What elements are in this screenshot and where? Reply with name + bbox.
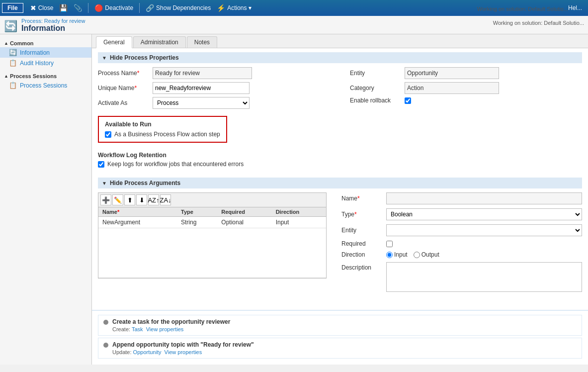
rp-input-radio[interactable]: Input <box>386 251 408 258</box>
wf-log-checkbox[interactable] <box>98 161 104 168</box>
hide-args-arrow-icon: ▼ <box>102 181 107 186</box>
rp-entity-select[interactable] <box>386 224 582 236</box>
attach-button[interactable]: 📎 <box>71 3 85 13</box>
common-label: Common <box>10 40 34 46</box>
args-table-col: ➕ ✏️ ⬆ ⬇ AZ↑ ZA↓ Name* Type <box>98 192 327 296</box>
rp-output-radio[interactable]: Output <box>414 251 439 258</box>
sort-az-button[interactable]: AZ↑ <box>148 194 159 205</box>
process-sessions-label: Process Sessions <box>10 73 57 79</box>
up-arg-button[interactable]: ⬆ <box>124 194 135 205</box>
args-body: ➕ ✏️ ⬆ ⬇ AZ↑ ZA↓ Name* Type <box>98 192 582 296</box>
arg-direction-cell: Input <box>272 217 326 228</box>
action-1-view-props[interactable]: View properties <box>146 326 184 332</box>
rp-type-label: Type* <box>341 211 386 218</box>
unique-name-required: * <box>134 85 137 92</box>
process-icon: 🔄 <box>4 20 17 33</box>
activate-as-select[interactable]: Process <box>153 97 250 109</box>
separator-1 <box>88 3 88 13</box>
action-2-view-props[interactable]: View properties <box>165 349 202 355</box>
action-1-sub: Create: Task View properties <box>112 326 230 332</box>
separator-2 <box>139 3 140 13</box>
action-2-title: Append opportunity topic with "Ready for… <box>112 341 254 348</box>
action-1-sub-type: Create: <box>112 326 130 332</box>
wf-log-label: Keep logs for workflow jobs that encount… <box>107 161 244 168</box>
table-row[interactable]: NewArgument String Optional Input <box>98 217 326 228</box>
args-table-header: Name* Type Required Direction <box>98 207 326 217</box>
bpf-checkbox[interactable] <box>105 131 111 138</box>
col-required: Required <box>217 207 271 217</box>
rp-direction-group: Input Output <box>386 251 439 258</box>
hide-process-args-label: Hide Process Arguments <box>110 180 180 186</box>
action-2-sub: Update: Opportunity View properties <box>112 349 254 355</box>
arg-name-cell: NewArgument <box>98 217 177 228</box>
activate-as-label: Activate As <box>98 99 153 106</box>
category-input <box>405 82 499 94</box>
hide-process-args-header[interactable]: ▼ Hide Process Arguments <box>98 178 582 188</box>
rp-name-row: Name* <box>341 192 582 204</box>
rp-input-radio-input[interactable] <box>386 252 393 258</box>
entity-row: Entity <box>350 67 582 79</box>
sidebar-item-audit-history[interactable]: 📋 Audit History <box>0 58 91 68</box>
rp-required-label: Required <box>341 240 386 247</box>
process-name-row: Process Name* <box>98 67 330 79</box>
save-icon: 💾 <box>59 4 68 12</box>
rp-direction-row: Direction Input Output <box>341 251 582 258</box>
working-on-label: Working on solution: Default Solutio... <box>477 4 568 12</box>
hide-props-arrow-icon: ▼ <box>102 55 107 61</box>
show-deps-icon: 🔗 <box>146 4 154 12</box>
form-content: ▼ Hide Process Properties Process Name* <box>92 48 588 310</box>
hide-process-props-header[interactable]: ▼ Hide Process Properties <box>98 52 582 63</box>
enable-rollback-checkbox[interactable] <box>405 97 411 104</box>
rp-output-radio-input[interactable] <box>414 252 420 258</box>
close-button[interactable]: ✖ Close <box>27 3 57 13</box>
file-button[interactable]: File <box>2 3 23 13</box>
bpf-label: As a Business Process Flow action step <box>114 131 220 138</box>
down-arg-button[interactable]: ⬇ <box>136 194 147 205</box>
rp-desc-label: Description <box>341 264 386 271</box>
rp-required-checkbox[interactable] <box>386 241 393 247</box>
sort-za-button[interactable]: ZA↓ <box>160 194 171 205</box>
solution-label: Working on solution: Default Solutio... <box>493 18 584 26</box>
tab-administration[interactable]: Administration <box>133 36 186 48</box>
wf-log-area: Workflow Log Retention Keep logs for wor… <box>98 152 441 168</box>
available-wflog-area: Available to Run As a Business Process F… <box>98 116 582 173</box>
enable-rollback-label: Enable rollback <box>350 97 405 104</box>
rp-direction-label: Direction <box>341 251 386 258</box>
tab-notes[interactable]: Notes <box>187 36 217 48</box>
rp-type-select[interactable]: Boolean <box>386 208 582 220</box>
action-2-entity: Opportunity <box>133 349 162 355</box>
rp-entity-label: Entity <box>341 227 386 234</box>
sidebar-item-information[interactable]: 🔄 Information <box>0 47 91 58</box>
help-label[interactable]: Hel... <box>568 4 586 11</box>
rp-desc-textarea[interactable] <box>386 262 582 292</box>
deactivate-label: Deactivate <box>105 4 133 11</box>
process-name-input[interactable] <box>153 67 252 79</box>
rp-name-input[interactable] <box>386 192 582 204</box>
rp-name-required: * <box>357 195 360 202</box>
unique-name-input[interactable] <box>153 82 250 94</box>
arg-type-cell: String <box>177 217 217 228</box>
process-title: Information <box>21 24 85 33</box>
process-subtitle: Process: Ready for review <box>21 18 85 24</box>
left-column: Process Name* Unique Name* Activate As <box>98 67 330 112</box>
process-name-required: * <box>137 70 140 77</box>
rp-required-row: Required <box>341 240 582 247</box>
deactivate-button[interactable]: 🔴 Deactivate <box>91 3 136 13</box>
show-deps-label: Show Dependencies <box>156 4 211 11</box>
tab-bar: General Administration Notes <box>92 34 588 48</box>
rp-type-required: * <box>354 211 357 218</box>
tab-general[interactable]: General <box>96 36 132 48</box>
add-arg-button[interactable]: ➕ <box>100 194 111 205</box>
main-toolbar: File ✖ Close 💾 📎 🔴 Deactivate 🔗 Show Dep… <box>0 0 588 16</box>
right-panel: Name* Type* Boolean <box>327 192 582 296</box>
main-layout: ▲ Common 🔄 Information 📋 Audit History ▲… <box>0 34 588 365</box>
rp-entity-row: Entity <box>341 224 582 236</box>
actions-button[interactable]: ⚡ Actions ▾ <box>214 3 254 13</box>
save-button[interactable]: 💾 <box>56 3 71 13</box>
sidebar-item-process-sessions[interactable]: 📋 Process Sessions <box>0 80 91 91</box>
audit-icon: 📋 <box>9 59 17 67</box>
list-item: Create a task for the opportunity review… <box>98 315 582 336</box>
show-deps-button[interactable]: 🔗 Show Dependencies <box>143 3 214 13</box>
unique-name-label: Unique Name* <box>98 85 153 92</box>
edit-arg-button[interactable]: ✏️ <box>112 194 123 205</box>
